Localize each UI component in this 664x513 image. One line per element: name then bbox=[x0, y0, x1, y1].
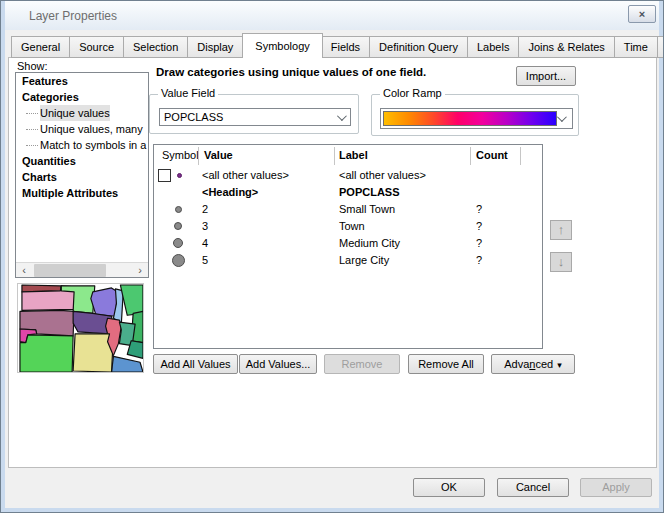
value-field-dropdown[interactable]: POPCLASS bbox=[159, 108, 351, 126]
remove-button: Remove bbox=[324, 354, 400, 374]
tree-connector bbox=[26, 113, 38, 114]
point-symbol-icon bbox=[173, 238, 183, 248]
up-arrow-icon: ↑ bbox=[558, 222, 565, 237]
map-preview bbox=[17, 283, 144, 373]
tree-connector bbox=[26, 145, 38, 146]
point-symbol-icon bbox=[174, 222, 182, 230]
tab-joins-relates[interactable]: Joins & Relates bbox=[519, 36, 614, 58]
show-tree-panel: Features Categories Unique values Unique… bbox=[15, 72, 149, 278]
tab-source[interactable]: Source bbox=[70, 36, 124, 58]
tree-horizontal-scrollbar[interactable]: ‹ › bbox=[16, 262, 148, 277]
all-other-values-checkbox[interactable] bbox=[158, 169, 171, 182]
color-ramp-swatch bbox=[383, 111, 557, 126]
window-title: Layer Properties bbox=[29, 9, 117, 23]
tree-connector bbox=[26, 129, 38, 130]
tree-item-unique-values-many[interactable]: Unique values, many bbox=[16, 121, 148, 137]
tree-item-charts[interactable]: Charts bbox=[16, 169, 148, 185]
remove-all-button[interactable]: Remove All bbox=[408, 354, 484, 374]
tree-item-categories[interactable]: Categories bbox=[16, 89, 148, 105]
chevron-down-icon bbox=[557, 112, 567, 122]
advanced-button[interactable]: Advanced▾ bbox=[491, 354, 575, 374]
tab-general[interactable]: General bbox=[11, 36, 70, 58]
column-header-label: Label bbox=[339, 149, 368, 161]
tab-labels[interactable]: Labels bbox=[468, 36, 519, 58]
show-label: Show: bbox=[17, 60, 48, 72]
table-row[interactable]: 4 Medium City ? bbox=[154, 235, 542, 252]
point-symbol-icon bbox=[177, 173, 182, 178]
tab-bar: General Source Selection Display Symbolo… bbox=[11, 35, 664, 58]
value-field-label: Value Field bbox=[158, 87, 218, 99]
scroll-left-icon[interactable]: ‹ bbox=[16, 263, 32, 277]
color-ramp-group: Color Ramp bbox=[371, 94, 579, 136]
add-all-values-button[interactable]: Add All Values bbox=[153, 354, 238, 374]
symbol-cell[interactable] bbox=[154, 201, 198, 218]
symbol-cell[interactable] bbox=[154, 218, 198, 235]
scroll-right-icon[interactable]: › bbox=[132, 263, 148, 277]
tab-display[interactable]: Display bbox=[188, 36, 243, 58]
import-button[interactable]: Import... bbox=[516, 66, 576, 86]
symbol-cell[interactable] bbox=[154, 167, 198, 184]
table-row[interactable]: 3 Town ? bbox=[154, 218, 542, 235]
tree-item-features[interactable]: Features bbox=[16, 73, 148, 89]
table-row[interactable]: 5 Large City ? bbox=[154, 252, 542, 269]
dialog-client-area: General Source Selection Display Symbolo… bbox=[5, 30, 659, 508]
tab-selection[interactable]: Selection bbox=[124, 36, 188, 58]
table-row[interactable]: 2 Small Town ? bbox=[154, 201, 542, 218]
scrollbar-thumb[interactable] bbox=[34, 264, 106, 277]
values-table: Symbol Value Label Count <all other valu… bbox=[153, 144, 543, 349]
value-field-group: Value Field POPCLASS bbox=[149, 94, 359, 134]
column-header-count: Count bbox=[476, 149, 508, 161]
tree-item-quantities[interactable]: Quantities bbox=[16, 153, 148, 169]
column-separator[interactable] bbox=[470, 147, 471, 165]
ok-button[interactable]: OK bbox=[413, 478, 485, 497]
color-ramp-dropdown[interactable] bbox=[380, 108, 573, 129]
tab-definition-query[interactable]: Definition Query bbox=[370, 36, 468, 58]
description-text: Draw categories using unique values of o… bbox=[156, 66, 426, 78]
down-arrow-icon: ↓ bbox=[558, 254, 565, 269]
tab-fields[interactable]: Fields bbox=[322, 36, 370, 58]
tab-symbology[interactable]: Symbology bbox=[242, 33, 322, 58]
add-values-button[interactable]: Add Values... bbox=[239, 354, 317, 374]
point-symbol-icon bbox=[175, 206, 182, 213]
apply-button: Apply bbox=[580, 478, 652, 497]
column-header-value: Value bbox=[204, 149, 233, 161]
symbology-tab-page: Show: Features Categories Unique values … bbox=[8, 57, 657, 468]
layer-properties-dialog: Layer Properties × General Source Select… bbox=[0, 0, 664, 513]
tree-item-unique-values[interactable]: Unique values bbox=[16, 105, 148, 121]
move-up-button[interactable]: ↑ bbox=[550, 220, 572, 240]
symbol-cell[interactable] bbox=[154, 252, 198, 269]
move-down-button[interactable]: ↓ bbox=[550, 252, 572, 272]
table-row-heading[interactable]: <Heading> POPCLASS bbox=[154, 184, 542, 201]
tree-item-match-symbols[interactable]: Match to symbols in a bbox=[16, 137, 148, 153]
symbol-cell[interactable] bbox=[154, 235, 198, 252]
dropdown-caret-icon: ▾ bbox=[557, 360, 562, 370]
column-separator[interactable] bbox=[334, 147, 335, 165]
chevron-down-icon bbox=[337, 111, 347, 121]
close-icon[interactable]: × bbox=[628, 5, 656, 23]
column-separator[interactable] bbox=[520, 147, 521, 165]
column-header-symbol: Symbol bbox=[162, 149, 199, 161]
column-separator[interactable] bbox=[198, 147, 199, 165]
value-field-value: POPCLASS bbox=[164, 111, 223, 123]
tab-time[interactable]: Time bbox=[615, 36, 658, 58]
tab-html-popup[interactable]: HTML Popup bbox=[658, 36, 664, 58]
title-bar[interactable]: Layer Properties × bbox=[5, 1, 659, 30]
values-table-header: Symbol Value Label Count bbox=[154, 145, 542, 167]
tree-item-multiple-attributes[interactable]: Multiple Attributes bbox=[16, 185, 148, 201]
table-row[interactable]: <all other values> <all other values> bbox=[154, 167, 542, 184]
color-ramp-label: Color Ramp bbox=[380, 87, 445, 99]
cancel-button[interactable]: Cancel bbox=[497, 478, 569, 497]
point-symbol-icon bbox=[172, 254, 185, 267]
